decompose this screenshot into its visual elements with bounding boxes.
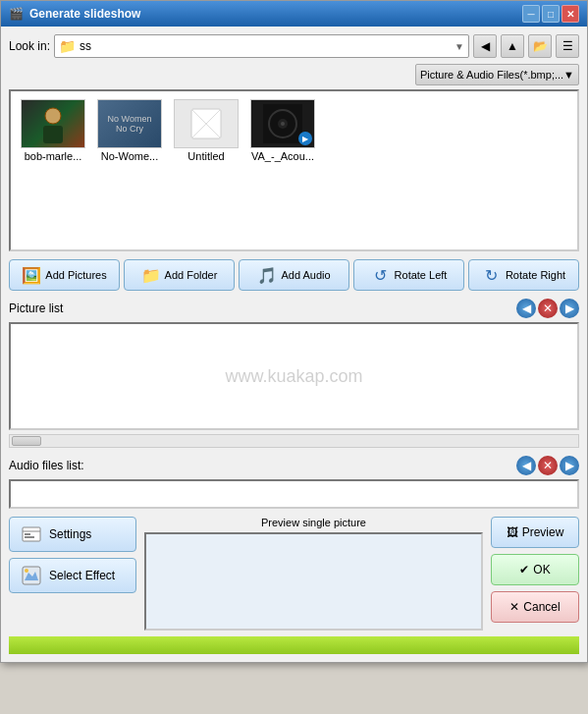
add-pictures-label: Add Pictures [45,269,106,281]
select-effect-icon [20,564,43,587]
right-buttons: 🖼 Preview ✔ OK ✕ Cancel [491,517,579,623]
preview-section: Preview single picture [144,517,483,631]
cancel-button[interactable]: ✕ Cancel [491,591,579,623]
file-item-bob[interactable]: bob-marle... [19,99,87,162]
preview-box [144,532,483,631]
settings-label: Settings [49,527,91,541]
picture-list-delete-button[interactable]: ✕ [538,299,558,318]
bottom-section: Settings Select Effect Preview single pi… [9,517,579,631]
svg-rect-12 [25,533,30,535]
rotate-right-label: Rotate Right [506,269,565,281]
preview-single-label: Preview single picture [144,517,483,528]
svg-rect-13 [25,536,34,538]
watermark-text: www.kuakap.com [225,366,362,387]
file-thumb-va: ▶ [250,99,315,148]
filter-arrow-icon: ▼ [563,69,574,81]
add-audio-button[interactable]: 🎵 Add Audio [239,259,349,291]
file-toolbar: Look in: 📁 ss ▼ ◀ ▲ 📂 ☰ [9,34,579,58]
title-bar: 🎬 Generate slideshow ─ □ ✕ [1,1,587,27]
rotate-right-button[interactable]: ↻ Rotate Right [468,259,579,291]
scrollbar-thumb[interactable] [12,436,41,446]
audio-list-controls: ◀ ✕ ▶ [516,456,579,475]
svg-point-9 [281,122,285,126]
rotate-right-icon: ↻ [482,265,502,285]
preview-label-btn: Preview [522,525,564,539]
add-audio-label: Add Audio [281,269,330,281]
file-name-bob: bob-marle... [25,150,82,162]
file-name-untitled: Untitled [187,150,224,162]
picture-list-scrollbar[interactable] [9,434,579,448]
audio-overlay-icon: ▶ [298,132,312,145]
look-in-dropdown[interactable]: 📁 ss ▼ [54,34,469,58]
add-audio-icon: 🎵 [257,265,277,285]
file-item-untitled[interactable]: Untitled [172,99,241,162]
nav-back-button[interactable]: ◀ [473,34,497,58]
select-effect-label: Select Effect [49,569,115,582]
left-buttons: Settings Select Effect [9,517,136,593]
main-content: Look in: 📁 ss ▼ ◀ ▲ 📂 ☰ Picture & Audio … [1,27,587,662]
file-item-va[interactable]: ▶ VA_-_Acou... [248,99,317,162]
nav-view-button[interactable]: ☰ [556,34,579,58]
file-name-va: VA_-_Acou... [251,150,314,162]
picture-list-forward-button[interactable]: ▶ [560,299,579,318]
svg-rect-1 [43,126,63,143]
picture-list-header: Picture list ◀ ✕ ▶ [9,299,579,318]
title-bar-left: 🎬 Generate slideshow [9,7,140,21]
minimize-button[interactable]: ─ [522,5,540,23]
title-bar-controls: ─ □ ✕ [522,5,579,23]
cancel-icon: ✕ [509,600,519,614]
picture-list-back-button[interactable]: ◀ [516,299,536,318]
add-pictures-button[interactable]: 🖼️ Add Pictures [9,259,120,291]
preview-button[interactable]: 🖼 Preview [491,517,579,548]
rotate-left-label: Rotate Left [395,269,448,281]
file-filter-dropdown[interactable]: Picture & Audio Files(*.bmp;... ▼ [415,64,579,85]
audio-list-delete-button[interactable]: ✕ [538,456,558,475]
select-effect-button[interactable]: Select Effect [9,558,136,593]
ok-label: OK [533,563,550,577]
dropdown-arrow-icon: ▼ [454,41,464,52]
file-text-no-women: No WomenNo Cry [106,112,154,136]
maximize-button[interactable]: □ [542,5,560,23]
add-folder-icon: 📁 [141,265,161,285]
main-window: 🎬 Generate slideshow ─ □ ✕ Look in: 📁 ss… [0,0,588,663]
picture-list: www.kuakap.com [9,322,579,430]
look-in-value: ss [80,39,451,53]
file-item-no-women[interactable]: No WomenNo Cry No-Wome... [95,99,164,162]
window-icon: 🎬 [9,7,24,21]
preview-icon: 🖼 [507,525,518,539]
nav-up-button[interactable]: ▲ [501,34,524,58]
file-thumb-no-women: No WomenNo Cry [97,99,162,148]
filter-bar: Picture & Audio Files(*.bmp;... ▼ [9,64,579,85]
bottom-progress-bar [9,636,579,654]
rotate-left-button[interactable]: ↺ Rotate Left [353,259,464,291]
file-thumb-untitled [174,99,239,148]
audio-list-label: Audio files list: [9,459,84,472]
add-pictures-icon: 🖼️ [22,265,41,285]
ok-icon: ✔ [519,563,529,577]
picture-list-controls: ◀ ✕ ▶ [516,299,579,318]
ok-button[interactable]: ✔ OK [491,554,579,585]
file-browser: bob-marle... No WomenNo Cry No-Wome... [9,89,579,251]
filter-label: Picture & Audio Files(*.bmp;... [420,69,563,81]
audio-list-back-button[interactable]: ◀ [516,456,536,475]
action-buttons-row: 🖼️ Add Pictures 📁 Add Folder 🎵 Add Audio… [9,259,579,291]
settings-button[interactable]: Settings [9,517,136,552]
audio-list-forward-button[interactable]: ▶ [560,456,579,475]
add-folder-label: Add Folder [165,269,218,281]
rotate-left-icon: ↺ [371,265,391,285]
look-in-label: Look in: [9,39,50,53]
nav-new-folder-button[interactable]: 📂 [528,34,552,58]
add-folder-button[interactable]: 📁 Add Folder [124,259,235,291]
picture-list-label: Picture list [9,302,63,315]
window-title: Generate slideshow [29,7,140,21]
settings-icon [20,522,43,546]
file-thumb-bob [21,99,85,148]
file-name-no-women: No-Wome... [101,150,158,162]
cancel-label: Cancel [523,600,560,614]
audio-list-header: Audio files list: ◀ ✕ ▶ [9,456,579,475]
audio-list [9,479,579,509]
folder-icon: 📁 [59,38,76,54]
svg-point-15 [25,569,28,573]
close-button[interactable]: ✕ [561,5,579,23]
